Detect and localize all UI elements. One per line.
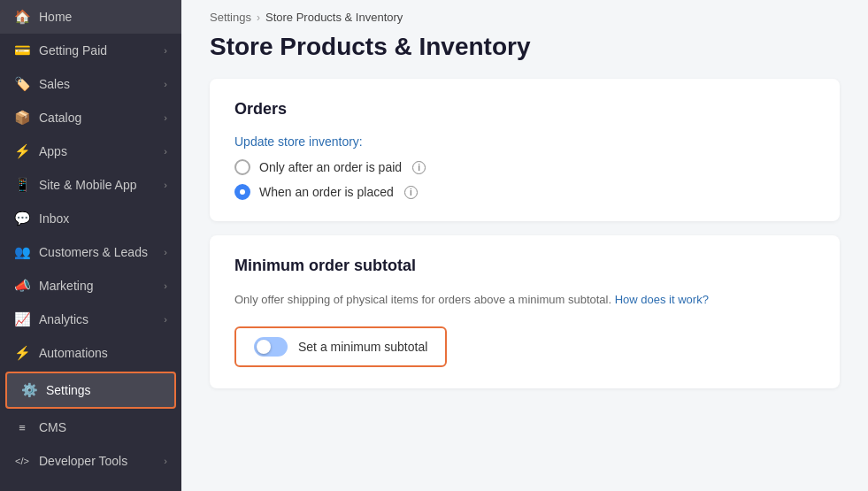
sidebar-item-label: CMS <box>39 420 66 434</box>
chevron-right-icon: › <box>164 456 167 466</box>
chevron-right-icon: › <box>164 79 167 89</box>
chevron-right-icon: › <box>164 45 167 56</box>
chevron-right-icon: › <box>164 247 167 257</box>
sidebar-item-sales[interactable]: 🏷️ Sales › <box>0 67 181 101</box>
sales-icon: 🏷️ <box>14 76 30 92</box>
sidebar: 🏠 Home 💳 Getting Paid › 🏷️ Sales › 📦 Cat… <box>0 0 181 491</box>
page-title: Store Products & Inventory <box>210 33 840 61</box>
cms-icon: ≡ <box>14 419 30 435</box>
radio-option-when-placed[interactable]: When an order is placed i <box>234 184 815 200</box>
radio-label-when-placed: When an order is placed <box>259 185 394 199</box>
sidebar-item-site-mobile[interactable]: 📱 Site & Mobile App › <box>0 168 181 202</box>
inventory-radio-group: Only after an order is paid i When an or… <box>234 159 815 200</box>
home-icon: 🏠 <box>14 9 30 25</box>
sidebar-item-settings[interactable]: ⚙️ Settings <box>5 372 176 409</box>
site-mobile-icon: 📱 <box>14 177 30 193</box>
sidebar-item-label: Catalog <box>39 111 81 125</box>
chevron-right-icon: › <box>164 314 167 325</box>
apps-icon: ⚡ <box>14 143 30 159</box>
sidebar-item-apps[interactable]: ⚡ Apps › <box>0 134 181 168</box>
breadcrumb-separator: › <box>257 12 260 24</box>
inbox-icon: 💬 <box>14 211 30 226</box>
radio-option-after-paid[interactable]: Only after an order is paid i <box>234 159 815 175</box>
chevron-right-icon: › <box>164 146 167 157</box>
page-title-bar: Store Products & Inventory <box>181 29 868 79</box>
sidebar-item-cms[interactable]: ≡ CMS <box>0 410 181 444</box>
minimum-subtotal-toggle[interactable] <box>254 337 288 357</box>
sidebar-item-label: Developer Tools <box>39 454 127 468</box>
chevron-right-icon: › <box>164 180 167 190</box>
orders-card-title: Orders <box>234 100 815 119</box>
chevron-right-icon: › <box>164 112 167 123</box>
sidebar-item-analytics[interactable]: 📈 Analytics › <box>0 303 181 336</box>
sidebar-item-inbox[interactable]: 💬 Inbox <box>0 202 181 235</box>
set-minimum-subtotal-toggle-row[interactable]: Set a minimum subtotal <box>234 326 447 367</box>
automations-icon: ⚡ <box>14 345 30 361</box>
content-area: Orders Update store inventory: Only afte… <box>181 79 868 417</box>
getting-paid-icon: 💳 <box>14 42 30 58</box>
main-content: Settings › Store Products & Inventory St… <box>181 0 868 491</box>
sidebar-item-label: Customers & Leads <box>39 245 148 259</box>
marketing-icon: 📣 <box>14 278 30 294</box>
sidebar-item-label: Sales <box>39 77 70 91</box>
sidebar-item-marketing[interactable]: 📣 Marketing › <box>0 269 181 303</box>
subtotal-how-link[interactable]: How does it work? <box>615 293 709 306</box>
toggle-knob <box>257 340 271 354</box>
subtotal-card: Minimum order subtotal Only offer shippi… <box>210 235 840 388</box>
sidebar-item-home[interactable]: 🏠 Home <box>0 0 181 34</box>
orders-card: Orders Update store inventory: Only afte… <box>210 79 840 221</box>
sidebar-item-label: Site & Mobile App <box>39 178 137 192</box>
subtotal-description: Only offer shipping of physical items fo… <box>234 291 815 309</box>
breadcrumb: Settings › Store Products & Inventory <box>181 0 868 29</box>
breadcrumb-current: Store Products & Inventory <box>265 11 403 24</box>
subtotal-desc-text: Only offer shipping of physical items fo… <box>234 293 611 306</box>
toggle-label: Set a minimum subtotal <box>298 340 427 354</box>
sidebar-item-label: Getting Paid <box>39 43 107 58</box>
sidebar-item-customers-leads[interactable]: 👥 Customers & Leads › <box>0 235 181 269</box>
inventory-update-label: Update store inventory: <box>234 134 815 149</box>
sidebar-item-label: Marketing <box>39 279 93 293</box>
sidebar-item-label: Analytics <box>39 312 88 326</box>
sidebar-item-label: Inbox <box>39 211 69 226</box>
sidebar-item-catalog[interactable]: 📦 Catalog › <box>0 101 181 134</box>
sidebar-item-developer-tools[interactable]: </> Developer Tools › <box>0 444 181 478</box>
info-icon-when-placed[interactable]: i <box>404 186 418 199</box>
sidebar-item-getting-paid[interactable]: 💳 Getting Paid › <box>0 34 181 67</box>
radio-circle-when-placed <box>234 184 250 200</box>
customers-icon: 👥 <box>14 244 30 260</box>
sidebar-item-label: Automations <box>39 346 108 360</box>
radio-label-after-paid: Only after an order is paid <box>259 160 402 174</box>
developer-tools-icon: </> <box>14 453 30 469</box>
sidebar-item-label: Home <box>39 10 72 24</box>
sidebar-item-label: Settings <box>46 383 91 397</box>
sidebar-item-label: Apps <box>39 144 67 158</box>
settings-icon: ⚙️ <box>21 382 37 398</box>
sidebar-item-automations[interactable]: ⚡ Automations <box>0 336 181 370</box>
breadcrumb-parent[interactable]: Settings <box>210 11 251 24</box>
catalog-icon: 📦 <box>14 110 30 126</box>
analytics-icon: 📈 <box>14 311 30 327</box>
radio-circle-after-paid <box>234 159 250 175</box>
chevron-right-icon: › <box>164 280 167 291</box>
subtotal-card-title: Minimum order subtotal <box>234 257 815 275</box>
info-icon-after-paid[interactable]: i <box>412 161 426 174</box>
